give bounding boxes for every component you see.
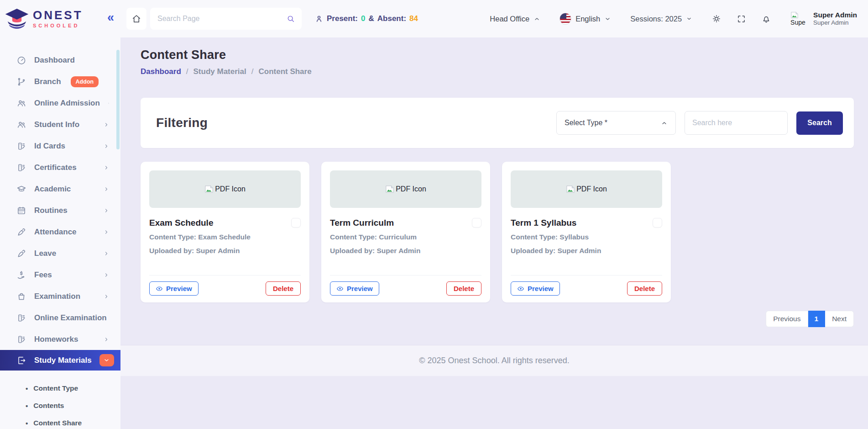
content-card-exam-schedule: PDF IconExam ScheduleContent Type: Exam …: [141, 162, 309, 302]
sidebar-item-dashboard[interactable]: Dashboard: [0, 49, 120, 71]
card-footer: PreviewDelete: [330, 275, 481, 296]
delete-button[interactable]: Delete: [266, 281, 301, 296]
fullscreen-button[interactable]: [737, 14, 746, 24]
user-role: Super Admin: [813, 19, 857, 27]
bullet-icon: •: [26, 403, 28, 409]
sidebar: DashboardBranchAddonOnline AdmissionStud…: [0, 37, 120, 429]
card-checkbox[interactable]: [472, 218, 481, 228]
brand-name: ONEST: [33, 9, 83, 21]
main-content: Content Share Dashboard/Study Material/C…: [120, 37, 868, 429]
sidebar-collapse-button[interactable]: «: [107, 11, 114, 26]
brand-logo[interactable]: ONEST SCHOOLED: [5, 8, 83, 30]
page-search-input[interactable]: [157, 15, 286, 23]
chevron-right-icon: [103, 293, 110, 300]
sidebar-item-label: Id Cards: [34, 142, 65, 151]
branch-icon: [16, 77, 26, 87]
sidebar-item-academic[interactable]: Academic: [0, 178, 120, 200]
sidebar-item-label: Fees: [34, 270, 52, 280]
office-label: Head Office: [490, 15, 529, 23]
submenu-toggle-button[interactable]: [99, 354, 114, 366]
sidebar-item-label: Academic: [34, 185, 71, 194]
pagination-next[interactable]: Next: [825, 311, 854, 327]
sidebar-item-study-materials[interactable]: Study Materials: [0, 350, 120, 371]
card-checkbox[interactable]: [653, 218, 662, 228]
filter-search-input[interactable]: [685, 111, 788, 135]
present-label: Present:: [327, 14, 358, 23]
notifications-button[interactable]: [761, 14, 771, 24]
home-icon: [131, 14, 141, 24]
content-type-select[interactable]: Select Type *: [556, 111, 676, 135]
chevron-down-icon: [686, 16, 692, 22]
card-checkbox[interactable]: [291, 218, 301, 228]
sidebar-item-certificates[interactable]: Certificates: [0, 157, 120, 178]
bell-icon: [761, 14, 771, 24]
sidebar-item-examination[interactable]: Examination: [0, 286, 120, 307]
content-card-term-curriculm: PDF IconTerm CurriculmContent Type: Curr…: [321, 162, 490, 302]
delete-button[interactable]: Delete: [627, 281, 662, 296]
sidebar-item-homeworks[interactable]: Homeworks: [0, 328, 120, 350]
sidebar-scrollbar[interactable]: [116, 50, 120, 149]
sidebar-item-routines[interactable]: Routines: [0, 200, 120, 221]
delete-button[interactable]: Delete: [446, 281, 481, 296]
sidebar-item-attendance[interactable]: Attendance: [0, 221, 120, 243]
sidebar-item-online-examination[interactable]: Online Examination: [0, 307, 120, 328]
language-label: English: [575, 15, 600, 23]
broken-image-icon: [204, 185, 214, 193]
home-button[interactable]: [126, 8, 146, 30]
sidebar-item-student-info[interactable]: Student Info: [0, 114, 120, 135]
us-flag-icon: [559, 13, 571, 25]
topbar: ONEST SCHOOLED « Present: 0 & Absent: 84…: [0, 0, 868, 37]
pagination-previous[interactable]: Previous: [766, 311, 808, 327]
office-selector[interactable]: Head Office: [490, 15, 540, 23]
attendance-summary: Present: 0 & Absent: 84: [314, 14, 418, 23]
card-title: Term Curriculm: [330, 218, 472, 228]
chevron-up-icon: [533, 16, 540, 22]
breadcrumb-study-material: Study Material: [193, 67, 246, 76]
breadcrumb-dashboard[interactable]: Dashboard: [141, 67, 181, 76]
doc-arrow-icon: [16, 355, 26, 365]
submenu-item-contents[interactable]: •Contents: [0, 397, 120, 414]
avatar: Supe: [790, 9, 809, 29]
chevron-right-icon: [103, 272, 110, 278]
addon-badge: Addon: [71, 76, 99, 87]
submenu-item-content-share[interactable]: •Content Share: [0, 414, 120, 429]
card-content-type: Content Type: Syllabus: [511, 233, 662, 241]
preview-button[interactable]: Preview: [330, 281, 379, 296]
sidebar-item-online-admission[interactable]: Online Admission: [0, 92, 120, 114]
sessions-selector[interactable]: Sessions: 2025: [630, 15, 692, 23]
bag-icon: [16, 291, 26, 302]
content-type-select-value: Select Type *: [565, 119, 607, 127]
card-thumbnail: PDF Icon: [511, 170, 662, 208]
id-card-icon: [16, 141, 26, 151]
preview-button-label: Preview: [166, 285, 192, 292]
sidebar-item-label: Online Examination: [34, 313, 107, 323]
absent-label: Absent:: [377, 14, 406, 23]
preview-button[interactable]: Preview: [149, 281, 199, 296]
sidebar-item-id-cards[interactable]: Id Cards: [0, 135, 120, 157]
submenu-item-content-type[interactable]: •Content Type: [0, 380, 120, 397]
users-icon: [16, 98, 26, 108]
language-selector[interactable]: English: [559, 13, 611, 25]
card-title: Exam Schedule: [149, 218, 291, 228]
submenu-item-label: Content Share: [33, 419, 82, 427]
sidebar-item-branch[interactable]: BranchAddon: [0, 71, 120, 92]
chevron-right-icon: [103, 143, 110, 149]
preview-button[interactable]: Preview: [511, 281, 560, 296]
theme-toggle-button[interactable]: [711, 14, 722, 24]
sidebar-item-leave[interactable]: Leave: [0, 243, 120, 264]
absent-value: 84: [409, 14, 418, 23]
search-button[interactable]: Search: [796, 111, 843, 135]
sidebar-item-label: Routines: [34, 206, 68, 215]
user-menu[interactable]: Supe Super Admin Super Admin: [790, 9, 857, 29]
sidebar-item-label: Attendance: [34, 228, 77, 237]
card-title-row: Term Curriculm: [330, 218, 481, 228]
chevron-right-icon: [103, 229, 110, 235]
sun-icon: [711, 14, 722, 24]
brand-area: ONEST SCHOOLED «: [0, 8, 120, 30]
sidebar-item-fees[interactable]: Fees: [0, 264, 120, 286]
pagination-page-1[interactable]: 1: [808, 311, 826, 327]
page-head: Content Share Dashboard/Study Material/C…: [120, 37, 868, 76]
search-icon[interactable]: [286, 14, 295, 23]
brand-subname: SCHOOLED: [33, 23, 83, 28]
card-title: Term 1 Syllabus: [511, 218, 653, 228]
